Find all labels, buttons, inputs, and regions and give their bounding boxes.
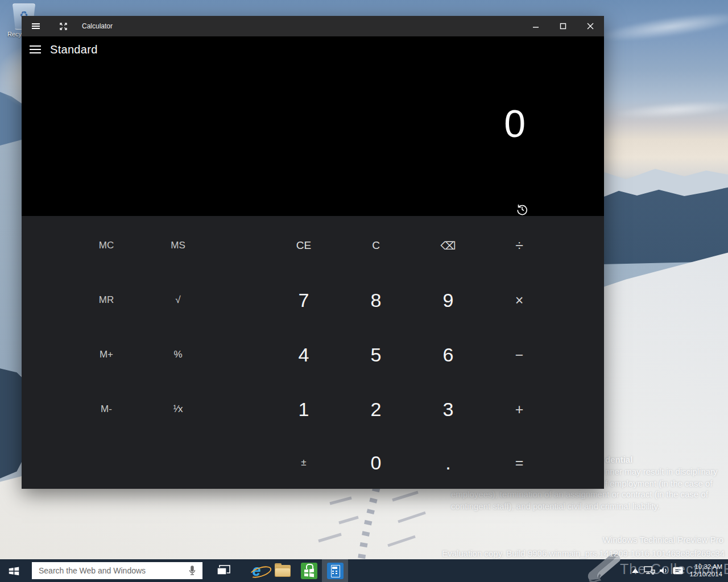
- hamburger-icon[interactable]: [30, 16, 42, 36]
- key-divide[interactable]: ÷: [485, 221, 553, 271]
- key-percent[interactable]: %: [144, 330, 212, 380]
- key-negate[interactable]: ±: [270, 438, 338, 488]
- confidential-text-line: dential: [605, 455, 632, 464]
- key-add[interactable]: +: [485, 384, 553, 434]
- key-memory-store[interactable]: MS: [144, 221, 212, 271]
- wallpaper-cloud-streak: [614, 98, 728, 121]
- key-backspace[interactable]: ⌫: [414, 221, 482, 271]
- titlebar[interactable]: Calculator: [22, 16, 604, 36]
- calculator-window: Calculator Standard 0: [22, 16, 604, 489]
- key-nine[interactable]: 9: [414, 275, 482, 325]
- key-two[interactable]: 2: [342, 384, 410, 434]
- confidential-text-line: contingent staff), and potential civil a…: [451, 501, 660, 511]
- key-six[interactable]: 6: [414, 330, 482, 380]
- calculator-display-area: Standard 0: [22, 36, 604, 216]
- watermark-edition: Windows Technical Preview Pro: [603, 535, 723, 544]
- window-title: Calculator: [82, 22, 113, 30]
- mode-label[interactable]: Standard: [50, 43, 98, 56]
- key-seven[interactable]: 7: [270, 275, 338, 325]
- key-clear-entry[interactable]: CE: [270, 221, 338, 271]
- key-reciprocal[interactable]: ¹⁄x: [144, 384, 212, 434]
- key-four[interactable]: 4: [270, 330, 338, 380]
- wallpaper-cloud-streak: [597, 7, 728, 47]
- search-box[interactable]: [32, 562, 202, 579]
- key-square-root[interactable]: √: [144, 275, 212, 325]
- calculator-taskbar-icon[interactable]: [322, 559, 348, 582]
- confidential-text-line: employees), termination of an assignment…: [451, 489, 708, 499]
- task-view-icon[interactable]: [210, 559, 237, 582]
- maximize-button[interactable]: [549, 16, 577, 36]
- key-three[interactable]: 3: [414, 384, 482, 434]
- watermark-collection: The Collection Book: [620, 561, 728, 577]
- microphone-icon[interactable]: [187, 565, 198, 576]
- close-button[interactable]: [577, 16, 604, 36]
- key-eight[interactable]: 8: [342, 275, 410, 325]
- key-five[interactable]: 5: [342, 330, 410, 380]
- desktop: ♻ Recycle Bin dentialnner may result in …: [0, 0, 728, 582]
- minimize-button[interactable]: [522, 16, 549, 36]
- pinned-apps: e: [243, 559, 348, 582]
- internet-explorer-icon[interactable]: e: [243, 559, 270, 582]
- fullscreen-icon[interactable]: [57, 16, 69, 36]
- key-memory-subtract[interactable]: M-: [72, 384, 140, 434]
- search-input[interactable]: [32, 562, 202, 579]
- key-equals[interactable]: =: [485, 438, 553, 488]
- history-icon[interactable]: [515, 202, 529, 216]
- keypad: MCMSCEC⌫÷MR√789×M+%456−M-¹⁄x123+±0.=: [22, 216, 604, 489]
- key-memory-recall[interactable]: MR: [72, 275, 140, 325]
- watermark-build: Evaluation copy. Build 9906.winmain_prs.…: [442, 548, 725, 558]
- menu-hamburger-icon[interactable]: [30, 45, 41, 53]
- start-button[interactable]: [0, 559, 27, 582]
- key-memory-add[interactable]: M+: [72, 330, 140, 380]
- key-one[interactable]: 1: [270, 384, 338, 434]
- key-zero[interactable]: 0: [342, 438, 410, 488]
- file-explorer-icon[interactable]: [270, 559, 296, 582]
- confidential-text-line: f employment (in the case of: [605, 479, 712, 488]
- key-decimal[interactable]: .: [414, 438, 482, 488]
- key-multiply[interactable]: ×: [485, 275, 553, 325]
- key-clear[interactable]: C: [342, 221, 410, 271]
- display-value: 0: [504, 104, 526, 143]
- key-subtract[interactable]: −: [485, 330, 553, 380]
- confidential-text-line: nner may result in disciplinary: [605, 467, 718, 476]
- key-memory-clear[interactable]: MC: [72, 221, 140, 271]
- store-icon[interactable]: [296, 559, 322, 582]
